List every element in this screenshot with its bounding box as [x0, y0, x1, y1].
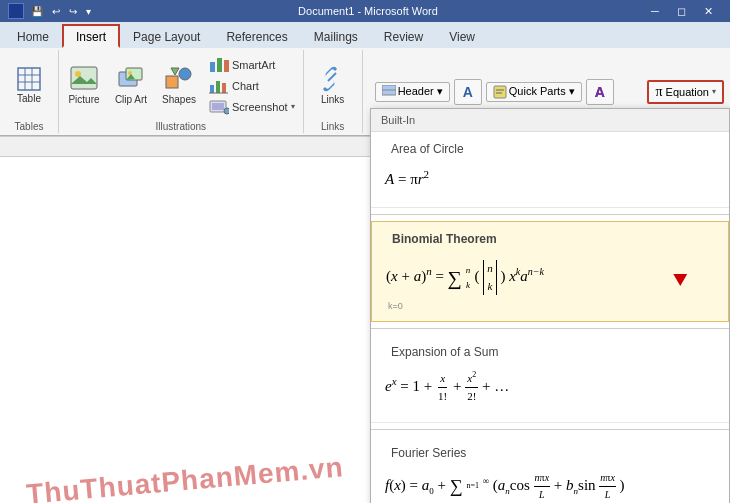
expansion-title: Expansion of a Sum [381, 339, 719, 363]
svg-rect-5 [71, 67, 97, 89]
svg-rect-15 [210, 62, 215, 72]
svg-rect-12 [166, 76, 178, 88]
wordart-button[interactable]: A [586, 79, 614, 105]
illustrations-group-label: Illustrations [63, 119, 299, 133]
app-icon [8, 3, 24, 19]
illustrations-group: Picture Clip Art [59, 50, 304, 133]
tab-references[interactable]: References [213, 24, 300, 48]
screenshot-button[interactable]: Screenshot ▾ [205, 97, 299, 117]
screenshot-label: Screenshot [232, 101, 288, 113]
tab-home[interactable]: Home [4, 24, 62, 48]
links-label: Links [321, 94, 344, 105]
doc-content[interactable] [0, 157, 370, 503]
clipart-label: Clip Art [115, 94, 147, 105]
binomial-formula: (x + a)n = ∑ n k ( n k ) xkan−k [382, 250, 718, 301]
header-icon [382, 85, 396, 99]
left-panel: ThuThuatPhanMem.vn [0, 137, 370, 503]
undo-qa-btn[interactable]: ↩ [49, 5, 63, 18]
links-inner: Links [310, 52, 356, 119]
svg-rect-17 [224, 60, 229, 72]
svg-rect-28 [494, 86, 506, 98]
fourier-title: Fourier Series [381, 440, 719, 464]
links-icon [319, 66, 347, 92]
fourier-formula: f(x) = a0 + ∑ n=1 ∞ (ancos nπx L + bnsin… [381, 464, 719, 503]
area-circle-formula: A = πr2 [381, 160, 719, 197]
quick-parts-icon [493, 85, 507, 99]
wordart-btn-label: A [595, 84, 605, 100]
ruler [0, 137, 370, 157]
pi-icon: π [655, 84, 662, 100]
table-button[interactable]: Table [6, 53, 52, 119]
quick-access-toolbar: 💾 ↩ ↪ ▾ [28, 5, 94, 18]
screenshot-icon [209, 99, 229, 115]
expansion-sum-item[interactable]: Expansion of a Sum ex = 1 + x 1! + x2 2!… [371, 335, 729, 423]
header-btn-label: Header ▾ [398, 85, 443, 98]
tab-review[interactable]: Review [371, 24, 436, 48]
screenshot-arrow: ▾ [291, 102, 295, 111]
tables-buttons: Table [6, 52, 52, 119]
doc-area: ThuThuatPhanMem.vn Built-In Area of Circ… [0, 137, 730, 503]
expansion-formula: ex = 1 + x 1! + x2 2! + … [381, 363, 719, 412]
svg-rect-20 [222, 83, 226, 93]
area-of-circle-item[interactable]: Area of Circle A = πr2 [371, 137, 729, 208]
smartart-button[interactable]: SmartArt [205, 55, 299, 75]
links-group: Links Links [304, 50, 363, 133]
shapes-label: Shapes [162, 94, 196, 105]
tab-view[interactable]: View [436, 24, 488, 48]
shapes-icon [165, 66, 193, 92]
save-qa-btn[interactable]: 💾 [28, 5, 46, 18]
equation-label: Equation [666, 86, 709, 98]
tab-page-layout[interactable]: Page Layout [120, 24, 213, 48]
window-title: Document1 - Microsoft Word [298, 5, 438, 17]
quick-parts-button[interactable]: Quick Parts ▾ [486, 82, 582, 102]
picture-button[interactable]: Picture [63, 53, 105, 119]
text-button[interactable]: A [454, 79, 482, 105]
svg-rect-16 [217, 58, 222, 72]
clipart-icon [117, 66, 145, 92]
equation-button[interactable]: π Equation ▾ [647, 80, 724, 104]
fourier-series-item[interactable]: Fourier Series f(x) = a0 + ∑ n=1 ∞ (anco… [371, 436, 729, 503]
smartart-icon [209, 57, 229, 73]
svg-point-13 [179, 68, 191, 80]
binomial-theorem-item[interactable]: Binomial Theorem (x + a)n = ∑ n k ( n k [371, 221, 729, 322]
svg-point-10 [128, 71, 132, 75]
table-icon [17, 67, 41, 91]
ill-small-btns: SmartArt Chart [205, 55, 299, 117]
window-controls: ─ ◻ ✕ [642, 1, 722, 21]
tables-group-label: Tables [6, 119, 52, 133]
clipart-button[interactable]: Clip Art [109, 53, 153, 119]
table-label: Table [17, 93, 41, 104]
tab-insert[interactable]: Insert [62, 24, 120, 48]
tab-mailings[interactable]: Mailings [301, 24, 371, 48]
svg-line-25 [328, 73, 336, 81]
minimize-btn[interactable]: ─ [642, 1, 668, 21]
tab-row: Home Insert Page Layout References Maili… [0, 22, 730, 48]
illustrations-top: Picture Clip Art [63, 52, 299, 119]
header-button[interactable]: Header ▾ [375, 82, 450, 102]
close-btn[interactable]: ✕ [696, 1, 722, 21]
shapes-button[interactable]: Shapes [157, 53, 201, 119]
text-btn-label: A [463, 84, 473, 100]
picture-icon [70, 66, 98, 92]
area-circle-title: Area of Circle [381, 137, 719, 160]
quick-parts-label: Quick Parts ▾ [509, 85, 575, 98]
binomial-limits: k=0 [382, 301, 718, 311]
chart-button[interactable]: Chart [205, 76, 299, 96]
svg-rect-19 [216, 81, 220, 93]
chart-icon [209, 78, 229, 94]
restore-btn[interactable]: ◻ [669, 1, 695, 21]
chart-label: Chart [232, 80, 259, 92]
svg-rect-18 [210, 85, 214, 93]
svg-rect-23 [212, 103, 224, 110]
svg-marker-14 [171, 68, 179, 75]
svg-rect-0 [18, 68, 40, 90]
equation-arrow: ▾ [712, 87, 716, 96]
title-bar: 💾 ↩ ↪ ▾ Document1 - Microsoft Word ─ ◻ ✕ [0, 0, 730, 22]
equation-dropdown: Built-In Area of Circle A = πr2 Binomial… [370, 137, 730, 503]
tables-group: Table Tables [0, 50, 59, 133]
customize-qa-btn[interactable]: ▾ [83, 5, 94, 18]
svg-point-24 [224, 108, 229, 114]
redo-qa-btn[interactable]: ↪ [66, 5, 80, 18]
links-button[interactable]: Links [310, 53, 356, 119]
title-bar-left: 💾 ↩ ↪ ▾ [8, 3, 94, 19]
